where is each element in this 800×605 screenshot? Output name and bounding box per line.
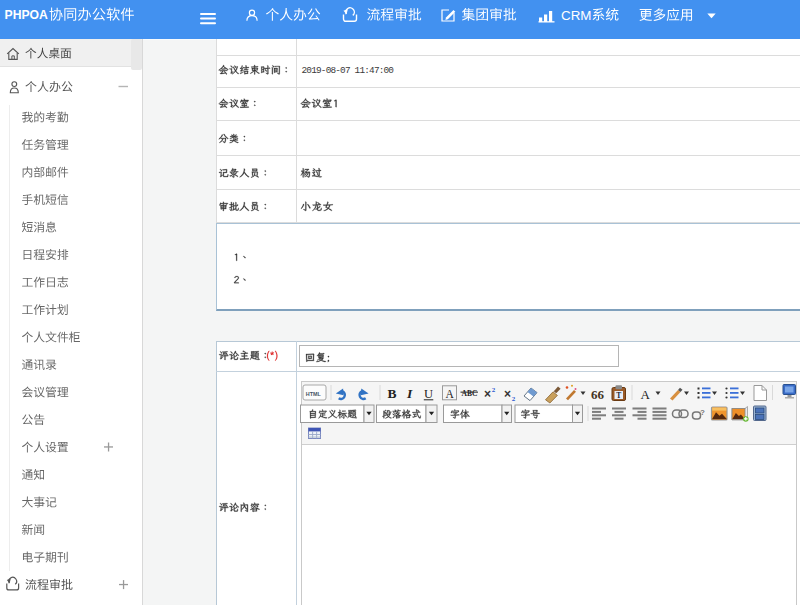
svg-text:2: 2 <box>512 395 516 403</box>
svg-text:?: ? <box>700 408 705 417</box>
svg-text:A: A <box>446 388 455 400</box>
svg-text:×: × <box>504 387 511 401</box>
svg-text:×: × <box>484 387 491 401</box>
svg-text:ABC: ABC <box>462 389 478 398</box>
svg-text:B: B <box>388 386 397 401</box>
svg-text:PHPOA: PHPOA <box>5 8 49 22</box>
svg-text:A: A <box>641 387 651 402</box>
svg-text:CRM: CRM <box>561 8 592 23</box>
svg-text:U: U <box>424 387 433 401</box>
svg-text:2: 2 <box>492 386 496 394</box>
svg-text:T: T <box>616 391 621 400</box>
svg-text:2019-08-07 11:47:00: 2019-08-07 11:47:00 <box>302 65 395 76</box>
svg-text:HTML: HTML <box>306 391 322 397</box>
svg-text:I: I <box>406 386 413 401</box>
svg-text:66: 66 <box>591 387 605 402</box>
